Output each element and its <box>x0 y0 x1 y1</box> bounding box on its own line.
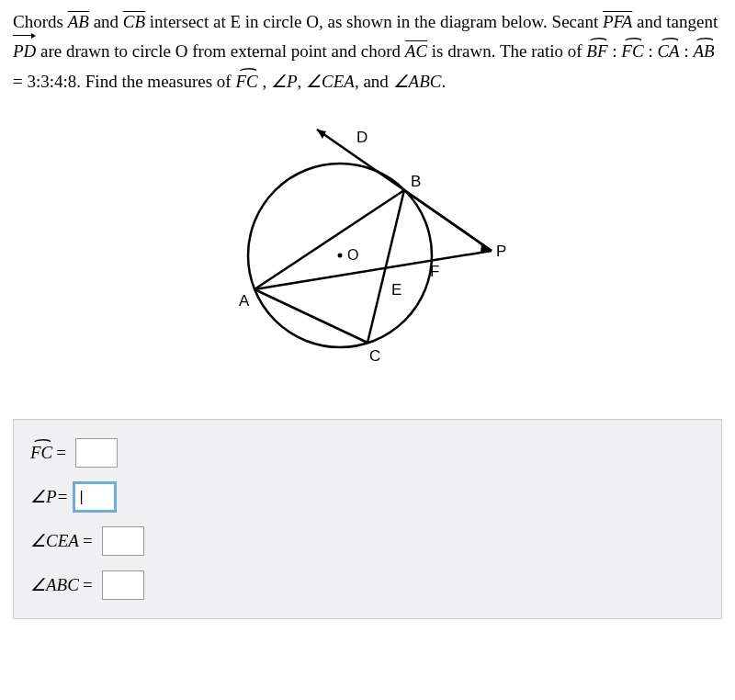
t: : <box>680 41 694 61</box>
label-F: F <box>430 263 439 280</box>
label-D: D <box>356 129 368 146</box>
input-ABC[interactable] <box>102 570 144 600</box>
answer-panel: FC = ∠P= ∠CEA = ∠ABC = <box>13 419 722 619</box>
center-dot <box>338 253 343 257</box>
answer-label-P: ∠P= <box>30 486 68 507</box>
angle-P: ∠P <box>271 72 298 91</box>
t: , and <box>355 72 393 91</box>
equals-sign: = <box>83 575 93 595</box>
answer-label-FC: FC <box>30 443 52 463</box>
label-E: E <box>391 281 401 299</box>
arc-AB: AB <box>693 37 714 66</box>
t: . <box>442 72 447 91</box>
arc-FC-find: FC <box>235 67 257 96</box>
arc-FC: FC <box>621 37 643 66</box>
segment-AC: AC <box>405 41 427 61</box>
t: : <box>608 41 622 61</box>
answer-label-CEA: ∠CEA <box>30 530 79 551</box>
segment-CB: CB <box>123 12 145 31</box>
t: is drawn. The ratio of <box>427 41 586 61</box>
equals-sign: = <box>83 531 93 551</box>
t: = 3:3:4:8. Find the measures of <box>13 72 235 91</box>
chord-AB <box>254 190 404 289</box>
t: and <box>89 12 123 31</box>
answer-row-CEA: ∠CEA = <box>30 526 705 556</box>
label-P: P <box>496 243 506 260</box>
input-FC[interactable] <box>75 438 118 468</box>
answer-label-ABC: ∠ABC <box>30 574 79 595</box>
label-O: O <box>347 247 358 263</box>
t: intersect at E in circle O, as shown in … <box>145 12 603 31</box>
diagram: O D B P F E A C <box>13 122 722 393</box>
input-CEA[interactable] <box>102 526 144 556</box>
ray-PD: PD <box>13 37 36 66</box>
circle-diagram-svg: O D B P F E A C <box>220 122 514 389</box>
tangent-PD <box>317 130 492 251</box>
label-C: C <box>369 347 380 365</box>
angle-ABC: ∠ABC <box>393 72 442 91</box>
arc-BF: BF <box>586 37 607 66</box>
t: , <box>258 72 271 91</box>
label-B: B <box>411 173 421 190</box>
t: Chords <box>13 12 68 31</box>
answer-row-FC: FC = <box>30 438 705 468</box>
arc-CA: CA <box>657 37 679 66</box>
problem-text: Chords AB and CB intersect at E in circl… <box>13 7 722 96</box>
answer-row-P: ∠P= <box>30 482 705 512</box>
input-P[interactable] <box>74 482 116 512</box>
answer-row-ABC: ∠ABC = <box>30 570 705 600</box>
t: are drawn to circle O from external poin… <box>36 41 404 61</box>
label-A: A <box>239 292 250 310</box>
equals-sign: = <box>56 443 66 463</box>
t: , <box>298 72 307 91</box>
secant-PFA <box>254 251 492 289</box>
angle-CEA: ∠CEA <box>306 72 355 91</box>
arrowhead-D <box>317 130 326 139</box>
segment-AB: AB <box>68 12 89 31</box>
t: : <box>644 41 658 61</box>
